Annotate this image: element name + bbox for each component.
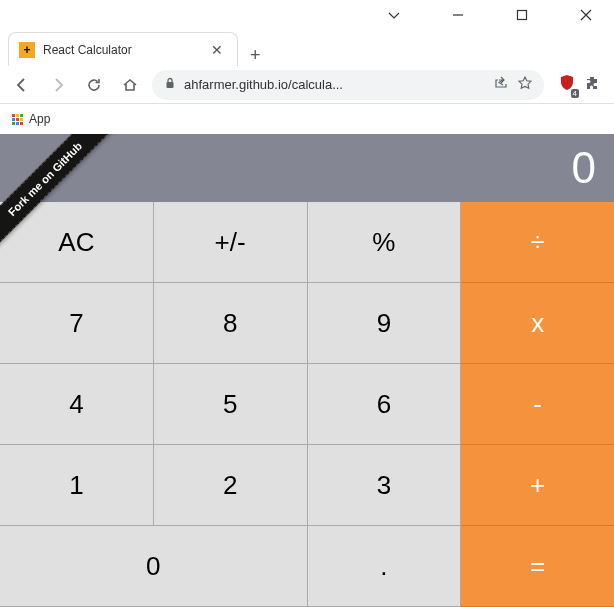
address-bar[interactable]: ahfarmer.github.io/calcula... xyxy=(152,70,544,100)
sign-button[interactable]: +/- xyxy=(154,202,308,283)
tab-strip: + React Calculator ✕ + xyxy=(0,30,614,66)
new-tab-button[interactable]: + xyxy=(238,45,273,66)
shield-badge: 4 xyxy=(571,89,579,98)
add-button[interactable]: + xyxy=(461,445,614,526)
bookmark-app[interactable]: App xyxy=(29,112,50,126)
five-button[interactable]: 5 xyxy=(154,364,308,445)
svg-rect-1 xyxy=(518,11,527,20)
seven-button[interactable]: 7 xyxy=(0,283,154,364)
lock-icon xyxy=(164,77,176,92)
maximize-icon[interactable] xyxy=(502,0,542,30)
nine-button[interactable]: 9 xyxy=(308,283,462,364)
subtract-button[interactable]: - xyxy=(461,364,614,445)
shield-extension-icon[interactable]: 4 xyxy=(558,74,576,96)
url-text: ahfarmer.github.io/calcula... xyxy=(184,77,486,92)
svg-rect-2 xyxy=(167,82,174,88)
window-controls xyxy=(0,0,614,30)
bookmarks-bar: App xyxy=(0,104,614,134)
decimal-button[interactable]: . xyxy=(308,526,462,607)
zero-button[interactable]: 0 xyxy=(0,526,308,607)
forward-button[interactable] xyxy=(44,71,72,99)
home-button[interactable] xyxy=(116,71,144,99)
tab-react-calculator[interactable]: + React Calculator ✕ xyxy=(8,32,238,66)
close-window-icon[interactable] xyxy=(566,0,606,30)
four-button[interactable]: 4 xyxy=(0,364,154,445)
close-tab-icon[interactable]: ✕ xyxy=(207,40,227,60)
star-icon[interactable] xyxy=(518,76,532,94)
two-button[interactable]: 2 xyxy=(154,445,308,526)
reload-button[interactable] xyxy=(80,71,108,99)
six-button[interactable]: 6 xyxy=(308,364,462,445)
three-button[interactable]: 3 xyxy=(308,445,462,526)
one-button[interactable]: 1 xyxy=(0,445,154,526)
back-button[interactable] xyxy=(8,71,36,99)
equals-button[interactable]: = xyxy=(461,526,614,607)
percent-button[interactable]: % xyxy=(308,202,462,283)
favicon-icon: + xyxy=(19,42,35,58)
divide-button[interactable]: ÷ xyxy=(461,202,614,283)
browser-toolbar: ahfarmer.github.io/calcula... 4 xyxy=(0,66,614,104)
tab-title: React Calculator xyxy=(43,43,207,57)
github-ribbon[interactable]: Fork me on GitHub xyxy=(0,134,130,264)
apps-icon[interactable] xyxy=(12,114,23,125)
extensions-icon[interactable] xyxy=(584,75,600,95)
eight-button[interactable]: 8 xyxy=(154,283,308,364)
multiply-button[interactable]: x xyxy=(461,283,614,364)
share-icon[interactable] xyxy=(494,76,508,94)
github-ribbon-label: Fork me on GitHub xyxy=(0,134,121,255)
chevron-down-icon[interactable] xyxy=(374,0,414,30)
minimize-icon[interactable] xyxy=(438,0,478,30)
calculator-app: Fork me on GitHub 0 AC +/- % ÷ 7 8 9 x 4… xyxy=(0,134,614,607)
